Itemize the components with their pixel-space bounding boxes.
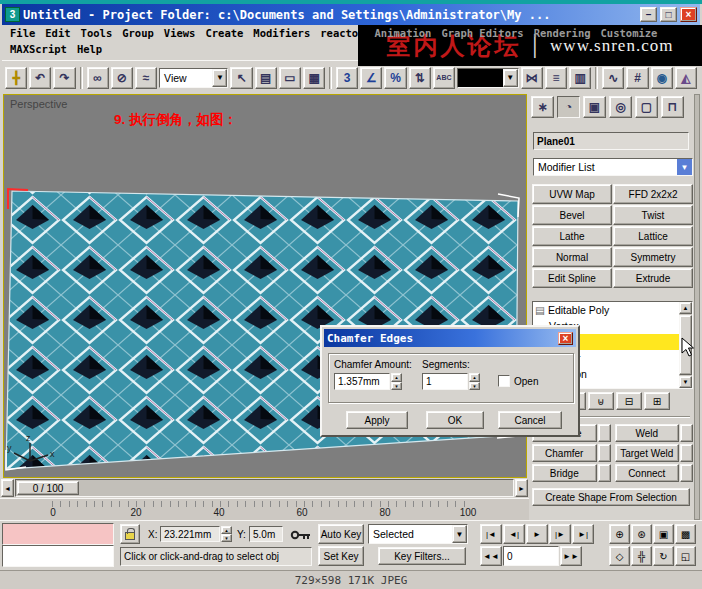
title-bar[interactable]: 3 Untitled - Project Folder: c:\Document…: [2, 4, 700, 25]
bridge-settings-button[interactable]: [598, 464, 611, 482]
menu-animation[interactable]: Animation: [371, 26, 436, 40]
modifier-extrude[interactable]: Extrude: [613, 268, 693, 288]
viewport-label[interactable]: Perspective: [10, 98, 67, 110]
percent-snap-icon[interactable]: %: [384, 67, 406, 89]
min-max-toggle-button[interactable]: ◱: [675, 546, 696, 566]
chamfer-amount-field[interactable]: 1.357mm: [334, 373, 390, 390]
spinner-down-icon[interactable]: ▾: [469, 382, 480, 391]
snaps-toggle-icon[interactable]: 3: [336, 67, 358, 89]
make-unique-icon[interactable]: ⊎: [588, 392, 614, 410]
modifier-lattice[interactable]: Lattice: [613, 226, 693, 246]
weld-settings-button[interactable]: [680, 424, 693, 442]
x-coordinate-spinner[interactable]: ▴ ▾: [221, 526, 232, 542]
spinner-down-icon[interactable]: ▾: [221, 534, 232, 542]
select-and-link-icon[interactable]: ∞: [87, 67, 109, 89]
dialog-close-button[interactable]: ×: [558, 332, 573, 345]
key-tool-icon[interactable]: [290, 529, 312, 541]
ok-button[interactable]: OK: [426, 411, 484, 429]
chamfer-button[interactable]: Chamfer: [532, 444, 597, 462]
next-frame-button[interactable]: |►: [549, 524, 571, 544]
modifier-uvw-map[interactable]: UVW Map: [532, 184, 612, 204]
track-bar[interactable]: 0 20 40 60 80 100: [0, 498, 529, 520]
spinner-up-icon[interactable]: ▴: [391, 373, 402, 382]
modifier-list-arrow-icon[interactable]: ▼: [677, 159, 692, 175]
modifier-twist[interactable]: Twist: [613, 205, 693, 225]
scroll-down-icon[interactable]: ▼: [679, 376, 692, 388]
layer-manager-icon[interactable]: ▥: [569, 67, 591, 89]
track-right-arrow[interactable]: ►: [515, 479, 528, 497]
x-coordinate-field[interactable]: 23.221mm: [160, 526, 220, 542]
chamfer-settings-button[interactable]: [598, 444, 611, 462]
cancel-button[interactable]: Cancel: [498, 411, 562, 429]
y-coordinate-field[interactable]: 5.0m: [249, 526, 283, 542]
menu-reactor[interactable]: reactor: [316, 26, 368, 40]
current-frame-field[interactable]: 0: [503, 546, 559, 566]
set-key-button[interactable]: Set Key: [318, 546, 364, 566]
spinner-up-icon[interactable]: ▴: [469, 373, 480, 382]
tab-utilities[interactable]: ⊓: [661, 96, 684, 118]
panel-scrollbar[interactable]: [694, 94, 700, 520]
previous-key-button[interactable]: ◄◄: [480, 546, 502, 566]
tab-create[interactable]: ∗: [531, 96, 554, 118]
window-crossing-icon[interactable]: ▦: [303, 67, 325, 89]
tab-hierarchy[interactable]: ▣: [583, 96, 606, 118]
dropdown-arrow-icon[interactable]: ▼: [212, 69, 227, 87]
menu-group[interactable]: Group: [118, 26, 158, 40]
menu-maxscript[interactable]: MAXScript: [6, 42, 71, 56]
track-left-arrow[interactable]: ◄: [1, 479, 14, 497]
menu-edit[interactable]: Edit: [41, 26, 74, 40]
go-to-start-button[interactable]: |◄: [480, 524, 502, 544]
zoom-all-button[interactable]: ⊛: [631, 524, 652, 544]
spinner-snap-icon[interactable]: ⇅: [409, 67, 431, 89]
connect-button[interactable]: Connect: [615, 464, 680, 482]
angle-snap-icon[interactable]: ∠: [360, 67, 382, 89]
zoom-button[interactable]: ⊕: [609, 524, 630, 544]
target-weld-button[interactable]: Target Weld: [615, 444, 680, 462]
align-icon[interactable]: ≡: [545, 67, 567, 89]
auto-key-button[interactable]: Auto Key: [318, 524, 364, 544]
apply-button[interactable]: Apply: [346, 411, 408, 429]
go-to-end-button[interactable]: ►|: [572, 524, 594, 544]
extrude-settings-button[interactable]: [598, 424, 611, 442]
select-object-icon[interactable]: ↖: [230, 67, 252, 89]
modifier-symmetry[interactable]: Symmetry: [613, 247, 693, 267]
keyboard-override-icon[interactable]: ABC: [433, 67, 455, 89]
rectangular-selection-icon[interactable]: ▭: [279, 67, 301, 89]
target-weld-settings-button[interactable]: [680, 444, 693, 462]
segments-spinner[interactable]: ▴ ▾: [469, 373, 480, 390]
curve-editor-icon[interactable]: ∿: [602, 67, 624, 89]
time-slider-track[interactable]: 0 / 100: [15, 479, 514, 497]
scroll-up-icon[interactable]: ▲: [679, 302, 692, 314]
dialog-title-bar[interactable]: Chamfer Edges ×: [324, 329, 576, 347]
menu-views[interactable]: Views: [160, 26, 200, 40]
tab-display[interactable]: ▢: [635, 96, 658, 118]
named-selection-dropdown[interactable]: ▼: [457, 68, 519, 88]
unlink-selection-icon[interactable]: ⊘: [111, 67, 133, 89]
bridge-button[interactable]: Bridge: [532, 464, 597, 482]
schematic-view-icon[interactable]: #: [626, 67, 648, 89]
zoom-extents-all-button[interactable]: ▩: [675, 524, 696, 544]
material-editor-icon[interactable]: ◉: [651, 67, 673, 89]
maxscript-mini-listener-pink[interactable]: [2, 523, 114, 545]
modifier-normal[interactable]: Normal: [532, 247, 612, 267]
undo-icon[interactable]: ↶: [29, 67, 51, 89]
modifier-lathe[interactable]: Lathe: [532, 226, 612, 246]
close-button[interactable]: ×: [680, 7, 697, 22]
modifier-list-dropdown[interactable]: Modifier List ▼: [533, 158, 693, 176]
field-of-view-button[interactable]: ◇: [609, 546, 630, 566]
menu-customize[interactable]: Customize: [597, 26, 662, 40]
selection-set-dropdown[interactable]: Selected ▼: [368, 524, 468, 544]
modifier-ffd-2x2x2[interactable]: FFD 2x2x2: [613, 184, 693, 204]
dropdown-arrow-icon[interactable]: ▼: [503, 69, 518, 87]
maxscript-mini-listener-white[interactable]: [2, 545, 114, 567]
select-and-move-icon[interactable]: ╋: [5, 67, 27, 89]
play-button[interactable]: ►: [526, 524, 548, 544]
next-key-button[interactable]: ►►: [560, 546, 582, 566]
maximize-button[interactable]: □: [660, 7, 677, 22]
modifier-bevel[interactable]: Bevel: [532, 205, 612, 225]
menu-graph-editors[interactable]: Graph Editors: [437, 26, 527, 40]
chamfer-amount-spinner[interactable]: ▴ ▾: [391, 373, 402, 390]
menu-create[interactable]: Create: [201, 26, 247, 40]
spinner-up-icon[interactable]: ▴: [221, 526, 232, 534]
mirror-icon[interactable]: ⋈: [521, 67, 543, 89]
